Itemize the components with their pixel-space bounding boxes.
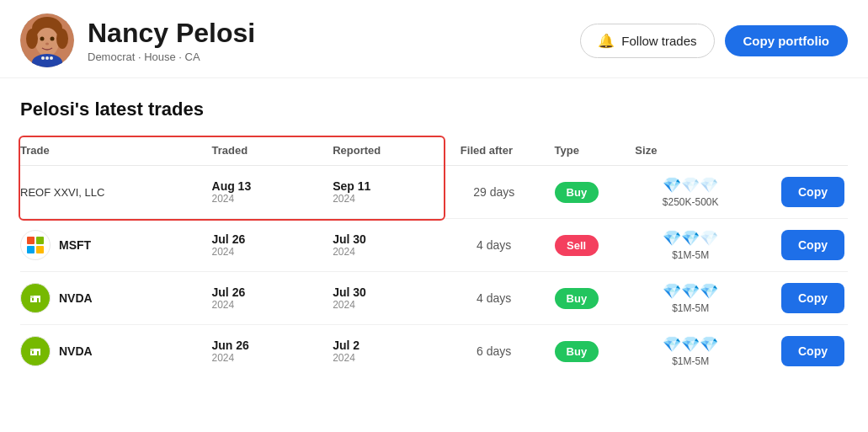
- section-title: Pelosi's latest trades: [20, 99, 848, 120]
- diamond-icon: 💎: [663, 177, 681, 194]
- copy-portfolio-button[interactable]: Copy portfolio: [725, 25, 848, 56]
- follow-trades-button[interactable]: 🔔 Follow trades: [580, 24, 714, 58]
- size-label: $250K-500K: [635, 196, 746, 208]
- trades-table-wrapper: Trade Traded Reported Filed after Type: [20, 137, 848, 377]
- diamond-icon: 💎: [700, 336, 718, 353]
- size-label: $1M-5M: [635, 249, 746, 261]
- traded-date: Jun 26: [212, 339, 313, 352]
- copy-trade-button[interactable]: Copy: [781, 336, 844, 366]
- svg-point-3: [26, 29, 38, 49]
- diamond-icon: 💎: [700, 283, 718, 300]
- reported-date: Jul 2: [333, 339, 434, 352]
- trade-type-cell: Buy: [545, 272, 626, 325]
- avatar: [20, 13, 74, 67]
- size-label: $1M-5M: [635, 355, 746, 367]
- trade-cell: REOF XXVI, LLC: [20, 166, 202, 219]
- traded-date: Aug 13: [212, 179, 313, 193]
- svg-point-2: [35, 28, 59, 56]
- table-row: NVDA Jun 26 2024 Jul 2 2024 6 days Buy 💎…: [20, 325, 848, 378]
- svg-point-6: [51, 37, 55, 41]
- table-header-row: Trade Traded Reported Filed after Type: [20, 137, 848, 166]
- filed-after-cell: 29 days: [444, 166, 545, 219]
- person-name: Nancy Pelosi: [88, 18, 255, 49]
- reported-year: 2024: [333, 246, 434, 258]
- trade-cell: MSFT: [20, 219, 202, 272]
- ticker-name: MSFT: [59, 238, 91, 252]
- filed-after-cell: 6 days: [444, 325, 545, 378]
- person-meta: Democrat · House · CA: [88, 51, 255, 63]
- copy-action-cell: Copy: [756, 219, 848, 272]
- col-header-type: Type: [545, 137, 626, 166]
- ticker-logo-msft: [20, 230, 51, 260]
- svg-point-11: [50, 56, 53, 60]
- diamond-icon: 💎: [681, 177, 700, 194]
- copy-trade-button[interactable]: Copy: [781, 230, 844, 260]
- col-header-size: Size: [625, 137, 756, 166]
- trade-type-badge: Buy: [555, 341, 599, 362]
- trade-type-cell: Buy: [545, 325, 626, 378]
- person-info-section: Nancy Pelosi Democrat · House · CA: [20, 13, 255, 67]
- trade-size-cell: 💎💎💎 $1M-5M: [625, 219, 756, 272]
- diamond-icon: 💎: [663, 336, 681, 353]
- trade-type-badge: Buy: [555, 288, 599, 309]
- col-header-action: [756, 137, 848, 166]
- bell-icon: 🔔: [598, 33, 615, 49]
- diamond-icon-dim: 💎: [700, 230, 718, 247]
- ticker-name: NVDA: [59, 291, 93, 305]
- diamond-icon: 💎: [663, 230, 681, 247]
- reported-date-cell: Jul 30 2024: [322, 219, 444, 272]
- traded-date: Jul 26: [212, 232, 313, 246]
- trade-size-cell: 💎💎💎 $1M-5M: [625, 272, 756, 325]
- copy-trade-button[interactable]: Copy: [781, 283, 844, 313]
- filed-after-cell: 4 days: [444, 272, 545, 325]
- diamond-icons: 💎💎💎: [635, 229, 746, 248]
- svg-point-4: [56, 29, 68, 49]
- traded-year: 2024: [212, 299, 313, 311]
- reported-year: 2024: [333, 352, 434, 364]
- trades-tbody: REOF XXVI, LLC Aug 13 2024 Sep 11 2024 2…: [20, 166, 848, 378]
- size-label: $1M-5M: [635, 302, 746, 314]
- trade-type-badge: Sell: [555, 235, 599, 256]
- reported-year: 2024: [333, 299, 434, 311]
- trade-cell: NVDA: [20, 272, 202, 325]
- reported-date-cell: Jul 30 2024: [322, 272, 444, 325]
- trade-cell: NVDA: [20, 325, 202, 378]
- page-header: Nancy Pelosi Democrat · House · CA 🔔 Fol…: [0, 0, 868, 78]
- svg-point-10: [45, 56, 49, 60]
- ticker-logo-nvda: [20, 336, 51, 366]
- main-content: Pelosi's latest trades Trade Traded Repo…: [0, 78, 868, 377]
- reported-date: Sep 11: [333, 179, 434, 193]
- diamond-icons: 💎💎💎: [635, 282, 746, 301]
- traded-year: 2024: [212, 352, 313, 364]
- col-header-traded: Traded: [202, 137, 323, 166]
- ticker-cell: MSFT: [20, 230, 192, 260]
- ticker-name: NVDA: [59, 344, 93, 358]
- traded-date-cell: Jul 26 2024: [202, 219, 323, 272]
- trade-size-cell: 💎💎💎 $1M-5M: [625, 325, 756, 378]
- trade-type-cell: Buy: [545, 166, 626, 219]
- filed-after-cell: 4 days: [444, 219, 545, 272]
- table-row: REOF XXVI, LLC Aug 13 2024 Sep 11 2024 2…: [20, 166, 848, 219]
- diamond-icon: 💎: [663, 283, 681, 300]
- col-header-trade: Trade: [20, 137, 202, 166]
- diamond-icons: 💎💎💎: [635, 335, 746, 354]
- ticker-logo-nvda: [20, 283, 51, 313]
- reported-date-cell: Sep 11 2024: [322, 166, 444, 219]
- trade-size-cell: 💎💎💎 $250K-500K: [625, 166, 756, 219]
- diamond-icon: 💎: [700, 177, 718, 194]
- copy-trade-button[interactable]: Copy: [781, 177, 844, 207]
- ticker-name: REOF XXVI, LLC: [20, 186, 104, 199]
- copy-portfolio-label: Copy portfolio: [743, 34, 829, 48]
- col-header-reported: Reported: [322, 137, 444, 166]
- svg-point-9: [41, 56, 45, 60]
- copy-action-cell: Copy: [756, 166, 848, 219]
- reported-date: Jul 30: [333, 232, 434, 246]
- diamond-icon: 💎: [681, 336, 700, 353]
- ticker-cell: NVDA: [20, 283, 192, 313]
- reported-date: Jul 30: [333, 285, 434, 299]
- diamond-icon: 💎: [681, 283, 700, 300]
- table-row: MSFT Jul 26 2024 Jul 30 2024 4 days Sell…: [20, 219, 848, 272]
- diamond-icons: 💎💎💎: [635, 176, 746, 195]
- trade-type-badge: Buy: [555, 182, 599, 203]
- reported-date-cell: Jul 2 2024: [322, 325, 444, 378]
